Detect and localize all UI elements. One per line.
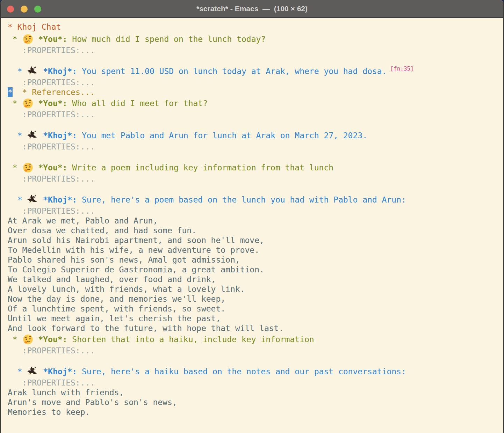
- message-text: And look forward to the future, with hop…: [8, 324, 283, 333]
- message-text: Arak lunch with friends,: [8, 388, 124, 397]
- properties-drawer[interactable]: :PROPERTIES:...: [8, 378, 95, 387]
- message-body-line[interactable]: And look forward to the future, with hop…: [8, 323, 502, 333]
- zoom-button[interactable]: [34, 6, 41, 13]
- chat-turn-khoj[interactable]: * *Khoj*: You spent 11.00 USD on lunch t…: [8, 65, 502, 78]
- message-body-line[interactable]: Over dosa we chatted, and had some fun.: [8, 226, 502, 235]
- chat-turn-khoj[interactable]: * *Khoj*: Sure, here's a haiku based on …: [8, 365, 502, 378]
- message-text: Arun's move and Pablo's son's news,: [8, 398, 177, 407]
- blank-line[interactable]: [8, 55, 502, 65]
- properties-drawer[interactable]: :PROPERTIES:...: [8, 78, 95, 87]
- message-text: Pablo shared his son's news, Amal got ad…: [8, 255, 240, 264]
- message-text: How much did I spend on the lunch today?: [67, 34, 266, 44]
- properties-drawer-line[interactable]: :PROPERTIES:...: [8, 78, 502, 87]
- properties-drawer-line[interactable]: :PROPERTIES:...: [8, 142, 502, 152]
- references-line[interactable]: * * References...: [8, 87, 502, 97]
- message-body-line[interactable]: At Arak we met, Pablo and Arun,: [8, 216, 502, 226]
- chat-turn-you[interactable]: * *You*: Who all did I meet for that?: [8, 97, 502, 110]
- message-body-line[interactable]: Arun's move and Pablo's son's news,: [8, 397, 502, 407]
- blank-line[interactable]: [8, 355, 502, 365]
- properties-drawer[interactable]: :PROPERTIES:...: [8, 142, 95, 151]
- org-heading-star: *: [8, 195, 27, 205]
- indent-spacer: [13, 88, 22, 97]
- properties-drawer-line[interactable]: :PROPERTIES:...: [8, 174, 502, 184]
- message-text: Write a poem including key information f…: [67, 163, 333, 173]
- properties-drawer-line[interactable]: :PROPERTIES:...: [8, 110, 502, 119]
- message-body-line[interactable]: To Colegio Superior de Gastronomia, a gr…: [8, 265, 502, 274]
- chat-turn-khoj[interactable]: * *Khoj*: You met Pablo and Arun for lun…: [8, 129, 502, 142]
- org-heading-star: *: [8, 163, 22, 173]
- properties-drawer-line[interactable]: :PROPERTIES:...: [8, 346, 502, 355]
- message-body-line[interactable]: Of a lunchtime spent, with friends, so s…: [8, 304, 502, 314]
- close-button[interactable]: [7, 6, 14, 13]
- message-text: Sure, here's a haiku based on the notes …: [77, 367, 406, 376]
- message-text: Until we meet again, let's cherish the p…: [8, 314, 221, 323]
- blank-line[interactable]: [8, 119, 502, 129]
- traffic-lights: [7, 6, 41, 13]
- message-body-line[interactable]: Pablo shared his son's news, Amal got ad…: [8, 255, 502, 265]
- properties-drawer[interactable]: :PROPERTIES:...: [8, 110, 95, 119]
- properties-drawer-line[interactable]: :PROPERTIES:...: [8, 45, 502, 55]
- message-text: Arun sold his Nairobi apartment, and soo…: [8, 236, 264, 245]
- blank-line[interactable]: [8, 152, 502, 161]
- chat-turn-you[interactable]: * *You*: Write a poem including key info…: [8, 161, 502, 174]
- eagle-emoji-icon: [27, 195, 38, 205]
- message-text: You met Pablo and Arun for lunch at Arak…: [77, 131, 367, 140]
- khoj-speaker-label: *Khoj*:: [38, 195, 77, 205]
- emacs-window: *scratch* - Emacs — (100 × 62) * Khoj Ch…: [0, 0, 504, 433]
- properties-drawer[interactable]: :PROPERTIES:...: [8, 346, 95, 355]
- khoj-speaker-label: *Khoj*:: [38, 66, 77, 76]
- message-text: A lovely lunch, with friends, what a lov…: [8, 285, 245, 294]
- org-heading-star: *: [8, 98, 22, 108]
- properties-drawer[interactable]: :PROPERTIES:...: [8, 46, 95, 55]
- window-title: *scratch* - Emacs — (100 × 62): [196, 5, 308, 13]
- chat-turn-khoj[interactable]: * *Khoj*: Sure, here's a poem based on t…: [8, 193, 502, 206]
- message-text: Of a lunchtime spent, with friends, so s…: [8, 304, 225, 313]
- message-text: Over dosa we chatted, and had some fun.: [8, 226, 196, 235]
- thinking-face-emoji-icon: [22, 162, 34, 173]
- text-cursor: *: [8, 87, 13, 97]
- you-speaker-label: *You*:: [34, 34, 67, 44]
- properties-drawer[interactable]: :PROPERTIES:...: [8, 206, 95, 215]
- properties-drawer[interactable]: :PROPERTIES:...: [8, 174, 95, 183]
- message-body-line[interactable]: To Medellin with his wife, a new adventu…: [8, 245, 502, 255]
- message-body-line[interactable]: Arun sold his Nairobi apartment, and soo…: [8, 235, 502, 245]
- org-heading-star: *: [8, 34, 22, 44]
- titlebar[interactable]: *scratch* - Emacs — (100 × 62): [1, 0, 503, 18]
- blank-line[interactable]: [8, 184, 502, 193]
- org-heading-star: *: [8, 335, 22, 344]
- chat-turn-you[interactable]: * *You*: How much did I spend on the lun…: [8, 33, 502, 45]
- message-body-line[interactable]: Now the day is done, and memories we'll …: [8, 294, 502, 304]
- message-body-line[interactable]: Until we meet again, let's cherish the p…: [8, 314, 502, 323]
- properties-drawer-line[interactable]: :PROPERTIES:...: [8, 206, 502, 216]
- message-body-line[interactable]: Memories to keep.: [8, 407, 502, 417]
- eagle-emoji-icon: [27, 66, 38, 76]
- message-body-line[interactable]: We talked and laughed, over food and dri…: [8, 274, 502, 284]
- buffer[interactable]: * Khoj Chat * *You*: How much did I spen…: [1, 18, 503, 417]
- message-text: Sure, here's a poem based on the lunch y…: [77, 195, 406, 205]
- thinking-face-emoji-icon: [22, 98, 34, 109]
- message-body-line[interactable]: Arak lunch with friends,: [8, 388, 502, 397]
- message-text: You spent 11.00 USD on lunch today at Ar…: [77, 66, 387, 76]
- eagle-emoji-icon: [27, 366, 38, 377]
- message-text: To Medellin with his wife, a new adventu…: [8, 245, 259, 255]
- eagle-emoji-icon: [27, 130, 38, 141]
- you-speaker-label: *You*:: [34, 163, 67, 173]
- message-text: At Arak we met, Pablo and Arun,: [8, 216, 158, 225]
- org-heading-star: *: [8, 131, 27, 140]
- you-speaker-label: *You*:: [34, 335, 67, 344]
- org-heading-star: *: [8, 66, 27, 76]
- thinking-face-emoji-icon: [22, 334, 34, 345]
- chat-turn-you[interactable]: * *You*: Shorten that into a haiku, incl…: [8, 333, 502, 346]
- footnote-link[interactable]: [fn:35]: [390, 64, 413, 74]
- message-text: We talked and laughed, over food and dri…: [8, 275, 216, 284]
- properties-drawer-line[interactable]: :PROPERTIES:...: [8, 378, 502, 388]
- message-text: Memories to keep.: [8, 408, 90, 417]
- references-heading[interactable]: * References...: [22, 88, 95, 97]
- khoj-speaker-label: *Khoj*:: [38, 367, 77, 376]
- khoj-speaker-label: *Khoj*:: [38, 131, 77, 140]
- org-heading-khoj-chat[interactable]: * Khoj Chat: [8, 21, 502, 33]
- message-body-line[interactable]: A lovely lunch, with friends, what a lov…: [8, 284, 502, 294]
- thinking-face-emoji-icon: [22, 34, 34, 44]
- message-text: To Colegio Superior de Gastronomia, a gr…: [8, 265, 264, 274]
- minimize-button[interactable]: [21, 6, 28, 13]
